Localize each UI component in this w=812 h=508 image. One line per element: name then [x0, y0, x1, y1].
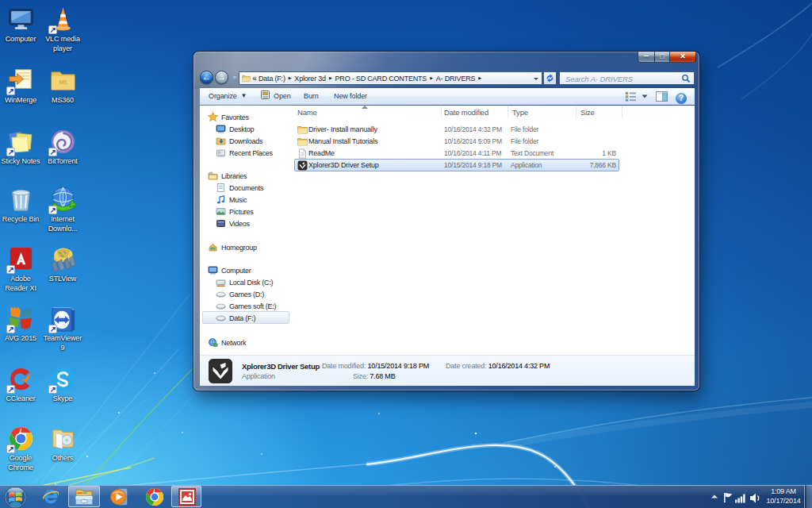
- svg-text:MS: MS: [59, 79, 67, 85]
